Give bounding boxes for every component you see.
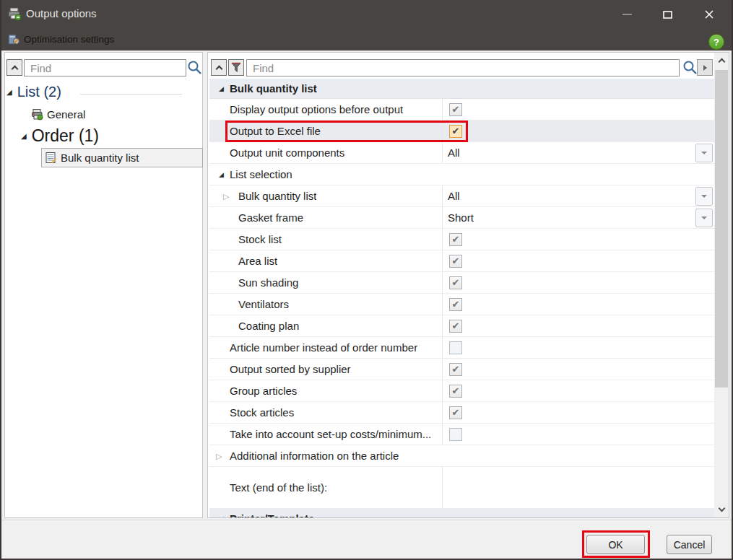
column-divider — [442, 99, 443, 120]
settings-row[interactable]: Coating plan✔ — [209, 315, 714, 337]
settings-row[interactable]: Sun shading✔ — [209, 272, 714, 294]
expander-icon[interactable]: ◢ — [6, 88, 12, 96]
row-label: Output to Excel file — [230, 125, 321, 137]
checkbox[interactable] — [449, 341, 462, 354]
checkbox[interactable]: ✔ — [449, 320, 462, 333]
chevron-up-icon — [718, 58, 725, 66]
output-options-dialog: Output options Optimisation settings ? — [0, 0, 733, 560]
checkbox[interactable]: ✔ — [449, 363, 462, 376]
printer-icon — [31, 108, 43, 121]
chevron-down-icon — [701, 152, 707, 154]
tree-node-list[interactable]: ◢ List (2) — [6, 84, 61, 100]
tree-node-label: Order (1) — [32, 126, 99, 146]
settings-row[interactable]: Text (end of the list): — [209, 467, 714, 509]
settings-row[interactable]: Ventilators✔ — [209, 294, 714, 315]
column-divider — [442, 121, 443, 141]
settings-row[interactable]: Output sorted by supplier✔ — [209, 359, 714, 380]
settings-row[interactable]: ◢Printer/Template — [209, 509, 714, 517]
row-label: Area list — [238, 255, 277, 267]
scroll-down-button[interactable] — [714, 502, 729, 517]
column-divider — [442, 142, 443, 163]
row-label: List selection — [230, 168, 292, 180]
filter-button[interactable] — [228, 59, 244, 76]
row-label: Stock list — [238, 233, 282, 245]
settings-row[interactable]: Article number instead of order number — [209, 337, 714, 359]
settings-rows: ◢Bulk quantity listDisplay output option… — [209, 79, 714, 517]
checkbox[interactable]: ✔ — [449, 103, 462, 116]
column-divider — [442, 207, 443, 228]
tree-item-general[interactable]: General — [31, 108, 85, 121]
column-divider — [442, 272, 443, 293]
tree-search-input[interactable] — [24, 59, 186, 76]
subtitle: Optimisation settings — [24, 34, 114, 45]
column-divider — [442, 337, 443, 358]
settings-row[interactable]: Take into account set-up costs/minimum..… — [209, 424, 714, 445]
window-border — [0, 0, 1, 560]
cancel-button[interactable]: Cancel — [667, 535, 712, 554]
search-icon[interactable] — [682, 60, 698, 75]
settings-row[interactable]: Area list✔ — [209, 250, 714, 272]
expander-expanded-icon[interactable]: ◢ — [219, 171, 224, 178]
checkbox[interactable] — [449, 428, 462, 441]
maximize-button[interactable] — [655, 4, 680, 25]
row-label: Output sorted by supplier — [230, 363, 351, 375]
expander-expanded-icon[interactable]: ◢ — [219, 515, 224, 518]
settings-row[interactable]: Group articles✔ — [209, 380, 714, 402]
expander-collapsed-icon[interactable]: ▷ — [223, 191, 229, 201]
scroll-up-button[interactable] — [714, 53, 729, 69]
checkbox[interactable]: ✔ — [449, 233, 462, 246]
vertical-scrollbar[interactable] — [714, 53, 729, 517]
settings-search-input[interactable] — [246, 59, 680, 76]
footer-bar: OK Cancel — [1, 520, 732, 559]
ok-button[interactable]: OK — [586, 535, 645, 554]
expander-expanded-icon[interactable]: ◢ — [219, 85, 224, 92]
filter-icon — [231, 62, 241, 73]
close-button[interactable] — [697, 4, 721, 25]
row-label: Ventilators — [238, 298, 289, 310]
dropdown-button[interactable] — [695, 187, 713, 206]
checkbox[interactable]: ✔ — [449, 385, 462, 398]
chevron-up-icon — [215, 65, 222, 72]
settings-row[interactable]: Output to Excel file✔ — [209, 121, 714, 142]
settings-row[interactable]: Gasket frameShort — [209, 207, 714, 229]
expander-icon[interactable]: ◢ — [21, 132, 27, 140]
checkbox[interactable]: ✔ — [449, 255, 462, 268]
settings-row[interactable]: Output unit componentsAll — [209, 142, 714, 164]
chevron-down-icon — [701, 216, 707, 219]
settings-row[interactable]: ◢Bulk quantity list — [209, 79, 714, 99]
settings-row[interactable]: ▷Additional information on the article — [209, 445, 714, 467]
checkbox[interactable]: ✔ — [449, 406, 462, 419]
tree-item-bulk-quantity-list-selected[interactable]: Bulk quantity list — [41, 148, 203, 167]
settings-row[interactable]: Stock list✔ — [209, 229, 714, 250]
column-divider — [442, 229, 443, 250]
expander-collapsed-icon[interactable]: ▷ — [216, 451, 222, 460]
column-divider — [442, 467, 443, 508]
checkbox[interactable]: ✔ — [449, 125, 462, 138]
settings-row[interactable]: Stock articles✔ — [209, 402, 714, 424]
checkbox[interactable]: ✔ — [449, 276, 462, 289]
column-divider — [442, 250, 443, 271]
checkbox[interactable]: ✔ — [449, 298, 462, 311]
collapse-all-button[interactable] — [211, 59, 227, 76]
scrollbar-thumb[interactable] — [715, 70, 728, 388]
collapse-all-button[interactable] — [6, 59, 22, 76]
row-label: Bulk quantity list — [238, 190, 316, 202]
settings-row[interactable]: Display output options before output✔ — [209, 99, 714, 121]
dropdown-button[interactable] — [695, 209, 713, 227]
close-icon — [705, 10, 714, 19]
row-label: Printer/Template — [230, 512, 314, 517]
expand-search-options-button[interactable] — [697, 59, 713, 76]
column-divider — [442, 380, 443, 401]
row-label: Take into account set-up costs/minimum..… — [230, 428, 431, 440]
window-title: Output options — [26, 7, 97, 19]
settings-row[interactable]: ▷Bulk quantity listAll — [209, 185, 714, 207]
column-divider — [442, 315, 443, 336]
search-icon[interactable] — [187, 60, 202, 75]
minimize-button[interactable] — [615, 4, 639, 25]
settings-row[interactable]: ◢List selection — [209, 164, 714, 185]
dropdown-button[interactable] — [695, 144, 713, 162]
chevron-up-icon — [11, 65, 18, 72]
help-button[interactable]: ? — [708, 34, 724, 50]
row-label: Bulk quantity list — [230, 82, 317, 95]
tree-node-order[interactable]: ◢ Order (1) — [21, 126, 99, 146]
